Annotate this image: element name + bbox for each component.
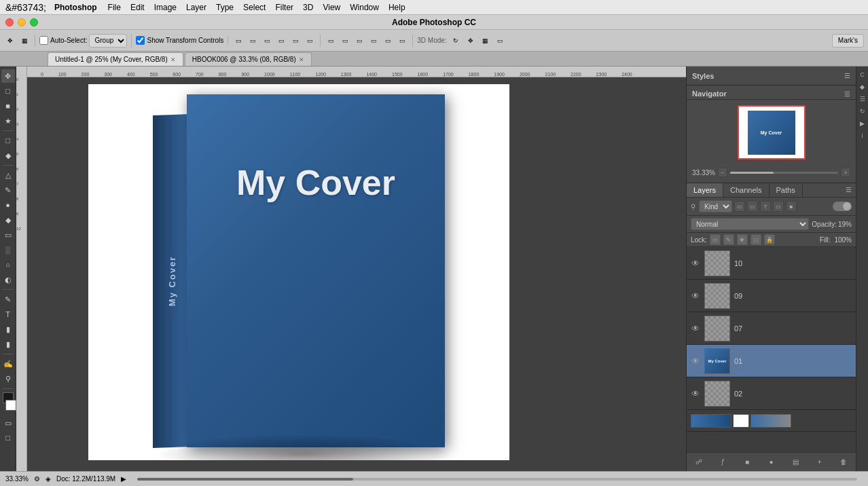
navigator-zoom-slider[interactable]: [730, 172, 838, 174]
menu-window[interactable]: Window: [350, 3, 379, 12]
dist-top-icon[interactable]: ▭: [325, 35, 337, 47]
blend-mode-select[interactable]: Normal: [691, 218, 809, 230]
lock-image-icon[interactable]: ✎: [723, 234, 734, 245]
layer-02-visibility[interactable]: 👁: [689, 388, 702, 400]
link-layers-icon[interactable]: ☍: [693, 457, 704, 468]
fill-value[interactable]: 100%: [834, 236, 852, 244]
status-icon-2[interactable]: ◈: [46, 475, 51, 483]
3d-camera-icon[interactable]: ▭: [494, 35, 507, 47]
lock-transparent-icon[interactable]: ▭: [710, 234, 721, 245]
menu-select[interactable]: Select: [243, 3, 266, 12]
gradient-tool[interactable]: ░: [1, 243, 15, 257]
actions-icon[interactable]: ▶: [857, 118, 868, 129]
menu-type[interactable]: Type: [216, 3, 234, 12]
navigator-panel-menu[interactable]: ☰: [844, 90, 850, 98]
layer-row-01[interactable]: 👁 My Cover 01: [687, 345, 856, 377]
tab-untitled1-close[interactable]: ✕: [170, 56, 176, 63]
apple-menu[interactable]: &#63743;: [5, 2, 46, 13]
zoom-tool[interactable]: ⚲: [1, 372, 15, 386]
history-brush-tool[interactable]: ◆: [1, 213, 15, 227]
smartobj-filter-icon[interactable]: ■: [786, 201, 797, 212]
align-center-v-icon[interactable]: ▭: [289, 35, 302, 47]
artboard-icon[interactable]: ▦: [18, 35, 31, 47]
background-color[interactable]: [5, 400, 16, 411]
new-layer-icon[interactable]: +: [814, 457, 825, 468]
path-select-tool[interactable]: ▮: [1, 322, 15, 336]
canvas-area[interactable]: 0 100 200 300 400 500 600 700 800 900 10…: [16, 67, 686, 471]
delete-layer-icon[interactable]: 🗑: [838, 457, 849, 468]
dist-center-v-icon[interactable]: ▭: [339, 35, 351, 47]
menu-help[interactable]: Help: [388, 3, 405, 12]
dodge-tool[interactable]: ◐: [1, 273, 15, 286]
info-icon[interactable]: i: [857, 130, 868, 141]
pixel-filter-icon[interactable]: ▭: [734, 201, 745, 212]
close-button[interactable]: [5, 18, 14, 26]
adjustment-filter-icon[interactable]: ▭: [747, 201, 758, 212]
layer-row-02[interactable]: 👁 02: [687, 377, 856, 410]
color-panel-icon[interactable]: C: [857, 69, 868, 80]
properties-icon[interactable]: ☰: [857, 94, 868, 105]
profile-button[interactable]: Mark's: [832, 34, 864, 48]
adjustment-layer-icon[interactable]: ●: [765, 457, 776, 468]
quick-mask-icon[interactable]: ▭: [1, 416, 15, 430]
layer-07-visibility[interactable]: 👁: [689, 322, 702, 335]
tab-channels[interactable]: Channels: [723, 183, 769, 197]
3d-pan-icon[interactable]: ✥: [465, 35, 477, 47]
align-left-icon[interactable]: ▭: [232, 35, 245, 47]
menu-filter[interactable]: Filter: [275, 3, 293, 12]
align-right-icon[interactable]: ▭: [261, 35, 273, 47]
zoom-out-icon[interactable]: −: [718, 168, 727, 177]
brush-tool[interactable]: ✎: [1, 183, 15, 197]
eyedropper-tool[interactable]: ◆: [1, 149, 15, 162]
3d-zoom-icon[interactable]: ▦: [480, 35, 492, 47]
layer-10-visibility[interactable]: 👁: [689, 257, 702, 269]
tab-paths[interactable]: Paths: [770, 183, 803, 197]
quick-select-tool[interactable]: ★: [1, 114, 15, 128]
minimize-button[interactable]: [18, 18, 26, 26]
move-tool-icon[interactable]: ✥: [4, 35, 16, 47]
hand-tool[interactable]: ✍: [1, 357, 15, 371]
clone-tool[interactable]: ●: [1, 198, 15, 212]
eraser-tool[interactable]: ▭: [1, 228, 15, 242]
auto-select-dropdown[interactable]: Group Layer: [89, 34, 127, 48]
layers-filter-type[interactable]: Kind: [699, 200, 732, 212]
healing-tool[interactable]: △: [1, 168, 15, 182]
dist-center-h-icon[interactable]: ▭: [382, 35, 394, 47]
styles-panel-menu[interactable]: ☰: [844, 72, 850, 79]
crop-tool[interactable]: □: [1, 134, 15, 147]
history-icon[interactable]: ↻: [857, 106, 868, 117]
menu-image[interactable]: Image: [154, 3, 177, 12]
layer-row-09[interactable]: 👁 09: [687, 280, 856, 312]
selection-tool[interactable]: □: [1, 84, 15, 98]
align-top-icon[interactable]: ▭: [275, 35, 287, 47]
menu-file[interactable]: File: [108, 3, 121, 12]
canvas-content[interactable]: 3D66.COM 3D66.COM 3D66.COM 3D66.COM 3D66…: [27, 77, 686, 460]
tab-layers[interactable]: Layers: [687, 183, 723, 197]
layers-filter-toggle[interactable]: [833, 202, 852, 211]
zoom-in-icon[interactable]: +: [841, 168, 850, 177]
dist-left-icon[interactable]: ▭: [367, 35, 380, 47]
dist-right-icon[interactable]: ▭: [396, 35, 408, 47]
layer-effects-icon[interactable]: ƒ: [717, 457, 728, 468]
3d-rotate-icon[interactable]: ↻: [450, 35, 462, 47]
shape-filter-icon[interactable]: ▭: [773, 201, 784, 212]
status-play-icon[interactable]: ▶: [121, 475, 126, 483]
text-tool[interactable]: T: [1, 307, 15, 321]
dist-bottom-icon[interactable]: ▭: [353, 35, 365, 47]
align-center-h-icon[interactable]: ▭: [247, 35, 259, 47]
pen-tool[interactable]: ✎: [1, 293, 15, 306]
maximize-button[interactable]: [30, 18, 38, 26]
screen-mode-icon[interactable]: □: [1, 431, 15, 445]
move-tool[interactable]: ✥: [1, 69, 15, 83]
tab-hbook006-close[interactable]: ✕: [299, 56, 304, 63]
auto-select-checkbox[interactable]: [39, 36, 48, 45]
text-filter-icon[interactable]: T: [760, 201, 771, 212]
lock-position-icon[interactable]: ✥: [737, 234, 748, 245]
adjustments-icon[interactable]: ◆: [857, 81, 868, 92]
menu-layer[interactable]: Layer: [186, 3, 206, 12]
layer-row-07[interactable]: 👁 07: [687, 312, 856, 345]
menu-edit[interactable]: Edit: [130, 3, 145, 12]
lock-artboard-icon[interactable]: □: [751, 234, 761, 245]
status-icon-1[interactable]: ⚙: [34, 475, 40, 483]
layer-row-10[interactable]: 👁 10: [687, 247, 856, 280]
